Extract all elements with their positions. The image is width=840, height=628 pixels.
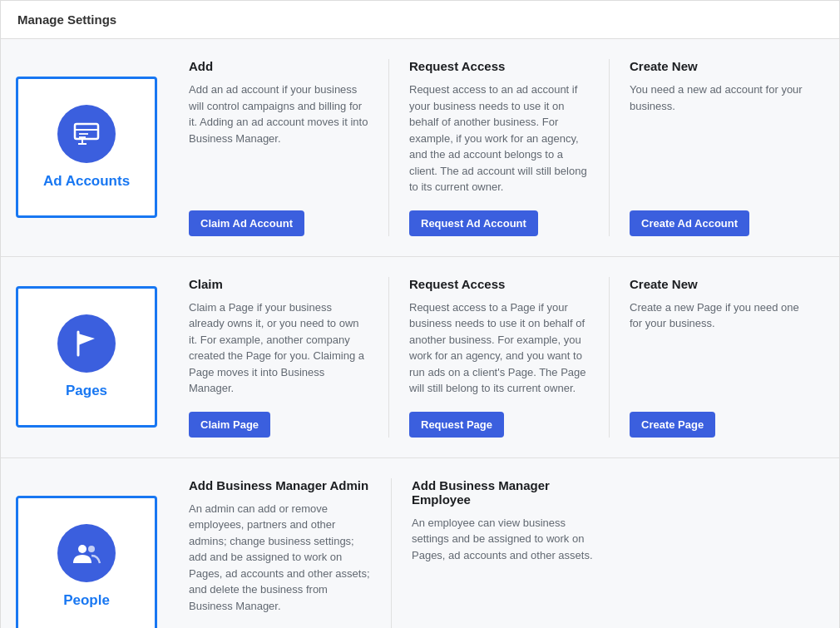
create-ad-account-button[interactable]: Create Ad Account — [630, 210, 749, 236]
divider-2 — [609, 59, 610, 236]
people-icon — [72, 538, 101, 568]
request-page-button[interactable]: Request Page — [409, 412, 504, 438]
svg-point-9 — [88, 546, 95, 552]
claim-ad-account-button[interactable]: Claim Ad Account — [189, 210, 304, 236]
ad-accounts-icon-circle — [57, 105, 116, 163]
pages-label: Pages — [66, 383, 107, 399]
svg-marker-7 — [78, 334, 95, 345]
claim-page-button[interactable]: Claim Page — [189, 412, 270, 438]
pages-content: Claim Claim a Page if your business alre… — [172, 277, 826, 438]
people-employee-col: Add Business Manager Employee An employe… — [395, 478, 610, 629]
pages-claim-desc: Claim a Page if your business already ow… — [189, 299, 368, 397]
ad-accounts-icon — [72, 119, 101, 149]
pages-icon-box: Pages — [16, 286, 157, 428]
ad-accounts-create-heading: Create New — [630, 59, 809, 73]
people-icon-col: People — [14, 478, 172, 629]
pages-claim-heading: Claim — [189, 277, 368, 291]
ad-accounts-content: Add Add an ad account if your business w… — [172, 59, 826, 236]
ad-accounts-create-desc: You need a new ad account for your busin… — [630, 82, 809, 195]
pages-request-heading: Request Access — [409, 277, 589, 291]
divider-1 — [388, 59, 389, 236]
pages-create-desc: Create a new Page if you need one for yo… — [630, 299, 809, 397]
pages-icon-circle — [57, 314, 116, 373]
people-admin-col: Add Business Manager Admin An admin can … — [172, 478, 388, 629]
svg-point-8 — [78, 545, 86, 553]
people-icon-box: People — [16, 496, 157, 628]
request-ad-account-button[interactable]: Request Ad Account — [409, 210, 538, 236]
manage-settings-container: Manage Settings Ad Accounts — [0, 0, 840, 628]
pages-claim-col: Claim Claim a Page if your business alre… — [172, 277, 385, 438]
ad-accounts-icon-col: Ad Accounts — [14, 59, 172, 236]
divider-5 — [391, 478, 392, 629]
ad-accounts-add-desc: Add an ad account if your business will … — [189, 82, 368, 195]
people-empty-col — [610, 478, 826, 629]
pages-create-heading: Create New — [630, 277, 809, 291]
ad-accounts-label: Ad Accounts — [43, 173, 130, 190]
people-employee-heading: Add Business Manager Employee — [412, 478, 594, 507]
ad-accounts-request-col: Request Access Request access to an ad a… — [393, 59, 605, 236]
people-employee-desc: An employee can view business settings a… — [412, 515, 594, 615]
ad-accounts-request-desc: Request access to an ad account if your … — [409, 82, 589, 195]
people-icon-circle — [57, 524, 116, 582]
people-label: People — [63, 592, 110, 609]
pages-icon — [72, 329, 101, 359]
manage-settings-header: Manage Settings — [1, 1, 839, 39]
people-content: Add Business Manager Admin An admin can … — [172, 478, 826, 629]
pages-icon-col: Pages — [14, 277, 172, 438]
ad-accounts-request-heading: Request Access — [409, 59, 589, 73]
ad-accounts-section: Ad Accounts Add Add an ad account if you… — [1, 39, 839, 257]
divider-4 — [609, 277, 610, 438]
pages-request-col: Request Access Request access to a Page … — [393, 277, 605, 438]
svg-rect-0 — [75, 124, 98, 139]
ad-accounts-create-col: Create New You need a new ad account for… — [613, 59, 826, 236]
pages-request-desc: Request access to a Page if your busines… — [409, 299, 589, 397]
ad-accounts-icon-box: Ad Accounts — [16, 77, 157, 218]
divider-3 — [388, 277, 389, 438]
people-section: People Add Business Manager Admin An adm… — [1, 458, 839, 629]
page-title: Manage Settings — [17, 12, 116, 27]
pages-create-col: Create New Create a new Page if you need… — [613, 277, 826, 438]
pages-section: Pages Claim Claim a Page if your busines… — [1, 257, 839, 458]
people-admin-heading: Add Business Manager Admin — [189, 478, 371, 492]
ad-accounts-add-col: Add Add an ad account if your business w… — [172, 59, 385, 236]
people-admin-desc: An admin can add or remove employees, pa… — [189, 501, 371, 615]
ad-accounts-add-heading: Add — [189, 59, 368, 73]
create-page-button[interactable]: Create Page — [630, 412, 715, 438]
